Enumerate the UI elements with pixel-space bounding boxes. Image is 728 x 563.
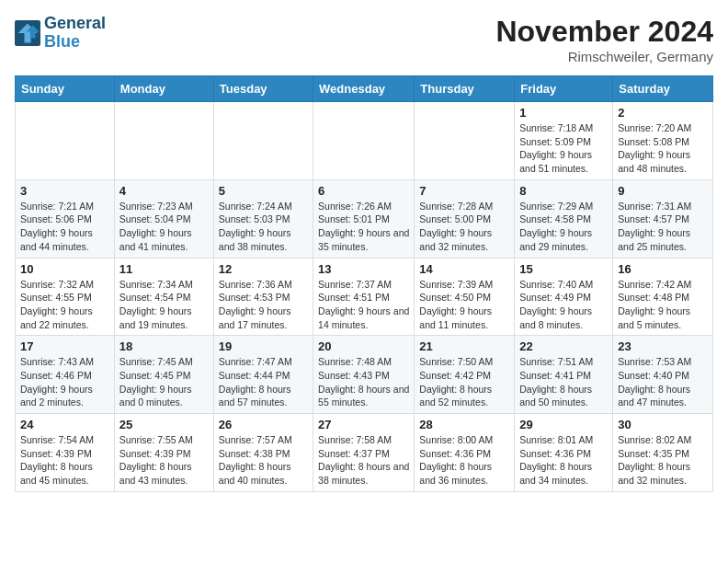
day-info: Sunrise: 7:18 AM Sunset: 5:09 PM Dayligh… bbox=[519, 121, 608, 176]
calendar-week-row: 10Sunrise: 7:32 AM Sunset: 4:55 PM Dayli… bbox=[16, 258, 713, 336]
day-number: 12 bbox=[219, 262, 308, 276]
day-info: Sunrise: 7:20 AM Sunset: 5:08 PM Dayligh… bbox=[618, 121, 708, 176]
day-info: Sunrise: 7:31 AM Sunset: 4:57 PM Dayligh… bbox=[618, 200, 708, 254]
day-number: 30 bbox=[618, 418, 708, 431]
calendar-week-row: 3Sunrise: 7:21 AM Sunset: 5:06 PM Daylig… bbox=[16, 179, 713, 258]
calendar-cell: 5Sunrise: 7:24 AM Sunset: 5:03 PM Daylig… bbox=[213, 179, 313, 258]
day-number: 10 bbox=[20, 262, 109, 276]
calendar-week-row: 24Sunrise: 7:54 AM Sunset: 4:39 PM Dayli… bbox=[16, 414, 713, 492]
day-number: 8 bbox=[519, 184, 608, 198]
day-number: 13 bbox=[318, 262, 409, 276]
calendar-cell: 9Sunrise: 7:31 AM Sunset: 4:57 PM Daylig… bbox=[613, 179, 713, 258]
day-number: 5 bbox=[219, 184, 308, 198]
calendar-cell: 10Sunrise: 7:32 AM Sunset: 4:55 PM Dayli… bbox=[16, 258, 115, 336]
logo: General Blue bbox=[15, 15, 106, 52]
calendar-cell: 11Sunrise: 7:34 AM Sunset: 4:54 PM Dayli… bbox=[114, 258, 213, 336]
day-info: Sunrise: 7:48 AM Sunset: 4:43 PM Dayligh… bbox=[318, 355, 409, 409]
day-number: 3 bbox=[20, 184, 109, 198]
calendar-cell: 12Sunrise: 7:36 AM Sunset: 4:53 PM Dayli… bbox=[213, 258, 313, 336]
day-number: 16 bbox=[618, 262, 708, 276]
day-info: Sunrise: 7:23 AM Sunset: 5:04 PM Dayligh… bbox=[119, 200, 209, 254]
day-info: Sunrise: 7:53 AM Sunset: 4:40 PM Dayligh… bbox=[618, 355, 708, 409]
day-number: 19 bbox=[219, 339, 308, 353]
calendar-cell: 2Sunrise: 7:20 AM Sunset: 5:08 PM Daylig… bbox=[613, 102, 713, 180]
day-info: Sunrise: 7:26 AM Sunset: 5:01 PM Dayligh… bbox=[318, 200, 409, 254]
calendar-cell: 7Sunrise: 7:28 AM Sunset: 5:00 PM Daylig… bbox=[415, 179, 515, 258]
day-number: 29 bbox=[519, 418, 608, 431]
calendar-cell: 24Sunrise: 7:54 AM Sunset: 4:39 PM Dayli… bbox=[16, 414, 115, 492]
calendar-cell: 27Sunrise: 7:58 AM Sunset: 4:37 PM Dayli… bbox=[313, 414, 415, 492]
day-info: Sunrise: 7:58 AM Sunset: 4:37 PM Dayligh… bbox=[318, 433, 409, 488]
calendar-week-row: 17Sunrise: 7:43 AM Sunset: 4:46 PM Dayli… bbox=[16, 336, 713, 414]
day-number: 22 bbox=[519, 339, 608, 353]
day-number: 24 bbox=[20, 418, 109, 431]
day-info: Sunrise: 7:37 AM Sunset: 4:51 PM Dayligh… bbox=[318, 278, 409, 332]
day-info: Sunrise: 7:32 AM Sunset: 4:55 PM Dayligh… bbox=[20, 278, 109, 332]
calendar-cell bbox=[213, 102, 313, 180]
day-info: Sunrise: 7:29 AM Sunset: 4:58 PM Dayligh… bbox=[519, 200, 608, 254]
calendar-cell: 8Sunrise: 7:29 AM Sunset: 4:58 PM Daylig… bbox=[515, 179, 613, 258]
calendar-cell bbox=[16, 102, 115, 180]
calendar-table: SundayMondayTuesdayWednesdayThursdayFrid… bbox=[15, 75, 713, 492]
day-info: Sunrise: 7:54 AM Sunset: 4:39 PM Dayligh… bbox=[20, 433, 109, 488]
calendar-cell: 30Sunrise: 8:02 AM Sunset: 4:35 PM Dayli… bbox=[613, 414, 713, 492]
day-number: 20 bbox=[318, 339, 409, 353]
weekday-header-row: SundayMondayTuesdayWednesdayThursdayFrid… bbox=[16, 76, 713, 102]
calendar-cell: 22Sunrise: 7:51 AM Sunset: 4:41 PM Dayli… bbox=[515, 336, 613, 414]
day-info: Sunrise: 8:02 AM Sunset: 4:35 PM Dayligh… bbox=[618, 433, 708, 488]
day-number: 2 bbox=[618, 106, 708, 120]
weekday-header: Monday bbox=[114, 76, 213, 102]
calendar-cell: 20Sunrise: 7:48 AM Sunset: 4:43 PM Dayli… bbox=[313, 336, 415, 414]
day-info: Sunrise: 7:40 AM Sunset: 4:49 PM Dayligh… bbox=[519, 278, 608, 332]
logo-icon bbox=[15, 20, 40, 46]
logo-text: General Blue bbox=[44, 15, 106, 52]
calendar-cell: 23Sunrise: 7:53 AM Sunset: 4:40 PM Dayli… bbox=[613, 336, 713, 414]
calendar-header: SundayMondayTuesdayWednesdayThursdayFrid… bbox=[16, 76, 713, 102]
calendar-cell: 17Sunrise: 7:43 AM Sunset: 4:46 PM Dayli… bbox=[16, 336, 115, 414]
calendar-cell: 19Sunrise: 7:47 AM Sunset: 4:44 PM Dayli… bbox=[213, 336, 313, 414]
day-number: 1 bbox=[519, 106, 608, 120]
day-info: Sunrise: 7:42 AM Sunset: 4:48 PM Dayligh… bbox=[618, 278, 708, 332]
day-info: Sunrise: 7:21 AM Sunset: 5:06 PM Dayligh… bbox=[20, 200, 109, 254]
calendar-cell: 29Sunrise: 8:01 AM Sunset: 4:36 PM Dayli… bbox=[515, 414, 613, 492]
day-number: 7 bbox=[419, 184, 509, 198]
calendar-cell: 26Sunrise: 7:57 AM Sunset: 4:38 PM Dayli… bbox=[213, 414, 313, 492]
day-number: 6 bbox=[318, 184, 409, 198]
calendar-cell: 3Sunrise: 7:21 AM Sunset: 5:06 PM Daylig… bbox=[16, 179, 115, 258]
calendar-cell bbox=[114, 102, 213, 180]
location: Rimschweiler, Germany bbox=[495, 49, 713, 64]
day-number: 9 bbox=[618, 184, 708, 198]
calendar-cell: 25Sunrise: 7:55 AM Sunset: 4:39 PM Dayli… bbox=[114, 414, 213, 492]
calendar-cell: 15Sunrise: 7:40 AM Sunset: 4:49 PM Dayli… bbox=[515, 258, 613, 336]
day-number: 26 bbox=[219, 418, 308, 431]
weekday-header: Wednesday bbox=[313, 76, 415, 102]
logo-line1: General bbox=[44, 15, 106, 33]
day-number: 28 bbox=[419, 418, 509, 431]
calendar-week-row: 1Sunrise: 7:18 AM Sunset: 5:09 PM Daylig… bbox=[16, 102, 713, 180]
day-number: 27 bbox=[318, 418, 409, 431]
weekday-header: Friday bbox=[515, 76, 613, 102]
day-number: 25 bbox=[119, 418, 209, 431]
day-number: 21 bbox=[419, 339, 509, 353]
calendar-cell: 14Sunrise: 7:39 AM Sunset: 4:50 PM Dayli… bbox=[415, 258, 515, 336]
day-info: Sunrise: 7:57 AM Sunset: 4:38 PM Dayligh… bbox=[219, 433, 308, 488]
day-info: Sunrise: 7:39 AM Sunset: 4:50 PM Dayligh… bbox=[419, 278, 509, 332]
calendar-cell: 16Sunrise: 7:42 AM Sunset: 4:48 PM Dayli… bbox=[613, 258, 713, 336]
weekday-header: Sunday bbox=[16, 76, 115, 102]
weekday-header: Tuesday bbox=[213, 76, 313, 102]
page-header: General Blue November 2024 Rimschweiler,… bbox=[15, 15, 713, 64]
calendar-cell: 4Sunrise: 7:23 AM Sunset: 5:04 PM Daylig… bbox=[114, 179, 213, 258]
day-info: Sunrise: 8:01 AM Sunset: 4:36 PM Dayligh… bbox=[519, 433, 608, 488]
calendar-cell: 1Sunrise: 7:18 AM Sunset: 5:09 PM Daylig… bbox=[515, 102, 613, 180]
weekday-header: Saturday bbox=[613, 76, 713, 102]
day-info: Sunrise: 7:50 AM Sunset: 4:42 PM Dayligh… bbox=[419, 355, 509, 409]
day-number: 11 bbox=[119, 262, 209, 276]
day-info: Sunrise: 8:00 AM Sunset: 4:36 PM Dayligh… bbox=[419, 433, 509, 488]
month-title: November 2024 bbox=[495, 15, 713, 49]
day-number: 23 bbox=[618, 339, 708, 353]
day-number: 15 bbox=[519, 262, 608, 276]
day-info: Sunrise: 7:34 AM Sunset: 4:54 PM Dayligh… bbox=[119, 278, 209, 332]
day-number: 17 bbox=[20, 339, 109, 353]
day-number: 18 bbox=[119, 339, 209, 353]
calendar-cell: 21Sunrise: 7:50 AM Sunset: 4:42 PM Dayli… bbox=[415, 336, 515, 414]
